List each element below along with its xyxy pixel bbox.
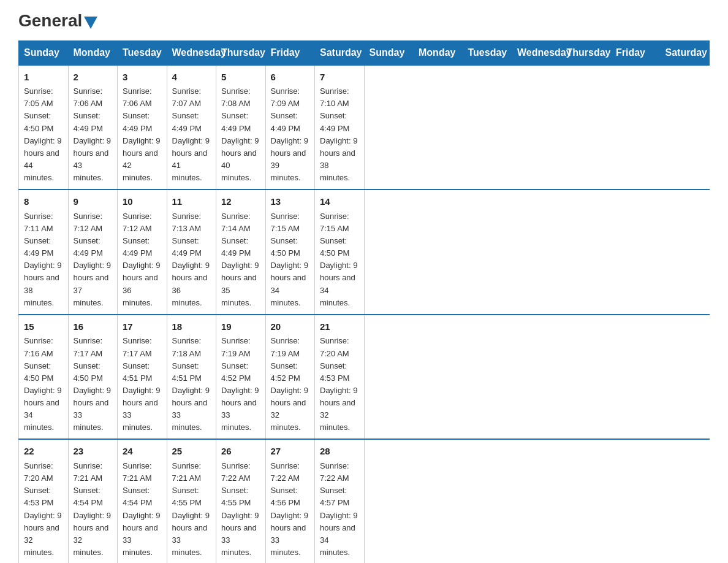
day-of-week-header: Saturday [315, 40, 365, 65]
day-of-week-header: Saturday [660, 40, 710, 65]
day-info: Sunrise: 7:21 AMSunset: 4:54 PMDaylight:… [123, 460, 162, 559]
day-number: 22 [24, 445, 63, 459]
day-info: Sunrise: 7:22 AMSunset: 4:56 PMDaylight:… [271, 460, 310, 559]
calendar-day-cell: 12Sunrise: 7:14 AMSunset: 4:49 PMDayligh… [216, 190, 266, 315]
calendar-day-cell: 25Sunrise: 7:21 AMSunset: 4:55 PMDayligh… [167, 439, 216, 563]
day-number: 18 [172, 320, 211, 334]
day-number: 14 [320, 195, 359, 209]
calendar-day-cell: 8Sunrise: 7:11 AMSunset: 4:49 PMDaylight… [19, 190, 69, 315]
day-info: Sunrise: 7:12 AMSunset: 4:49 PMDaylight:… [74, 210, 113, 309]
calendar-day-cell: 23Sunrise: 7:21 AMSunset: 4:54 PMDayligh… [68, 439, 118, 563]
day-number: 8 [24, 195, 63, 209]
day-number: 21 [320, 320, 359, 334]
day-number: 20 [271, 320, 310, 334]
day-number: 25 [172, 445, 211, 459]
calendar-day-cell: 13Sunrise: 7:15 AMSunset: 4:50 PMDayligh… [265, 190, 315, 315]
calendar-week-row: 8Sunrise: 7:11 AMSunset: 4:49 PMDaylight… [19, 190, 710, 315]
day-number: 15 [24, 320, 63, 334]
svg-marker-0 [84, 17, 97, 29]
day-info: Sunrise: 7:22 AMSunset: 4:55 PMDaylight:… [221, 460, 260, 559]
calendar-day-cell: 22Sunrise: 7:20 AMSunset: 4:53 PMDayligh… [19, 439, 69, 563]
calendar-day-cell: 7Sunrise: 7:10 AMSunset: 4:49 PMDaylight… [315, 65, 365, 190]
day-number: 16 [74, 320, 113, 334]
day-info: Sunrise: 7:15 AMSunset: 4:50 PMDaylight:… [271, 210, 310, 309]
day-of-week-header: Thursday [561, 40, 611, 65]
day-info: Sunrise: 7:09 AMSunset: 4:49 PMDaylight:… [271, 85, 310, 184]
day-of-week-header: Wednesday [512, 40, 562, 65]
day-number: 27 [271, 445, 310, 459]
calendar-week-row: 22Sunrise: 7:20 AMSunset: 4:53 PMDayligh… [19, 439, 710, 563]
calendar-day-cell: 10Sunrise: 7:12 AMSunset: 4:49 PMDayligh… [118, 190, 167, 315]
calendar-day-cell: 11Sunrise: 7:13 AMSunset: 4:49 PMDayligh… [167, 190, 216, 315]
day-number: 6 [271, 71, 310, 85]
day-of-week-header: Tuesday [463, 40, 512, 65]
calendar-day-cell: 3Sunrise: 7:06 AMSunset: 4:49 PMDaylight… [118, 65, 167, 190]
calendar-day-cell: 21Sunrise: 7:20 AMSunset: 4:53 PMDayligh… [315, 315, 365, 440]
day-of-week-header: Monday [414, 40, 463, 65]
calendar-day-cell: 24Sunrise: 7:21 AMSunset: 4:54 PMDayligh… [118, 439, 167, 563]
day-of-week-header: Wednesday [167, 40, 216, 65]
day-info: Sunrise: 7:19 AMSunset: 4:52 PMDaylight:… [221, 335, 260, 434]
day-info: Sunrise: 7:16 AMSunset: 4:50 PMDaylight:… [24, 335, 63, 434]
calendar-day-cell: 16Sunrise: 7:17 AMSunset: 4:50 PMDayligh… [68, 315, 118, 440]
calendar-day-cell: 20Sunrise: 7:19 AMSunset: 4:52 PMDayligh… [265, 315, 315, 440]
calendar-day-cell: 2Sunrise: 7:06 AMSunset: 4:49 PMDaylight… [68, 65, 118, 190]
day-number: 10 [123, 195, 162, 209]
day-of-week-header: Thursday [216, 40, 266, 65]
calendar-day-cell: 17Sunrise: 7:17 AMSunset: 4:51 PMDayligh… [118, 315, 167, 440]
day-info: Sunrise: 7:15 AMSunset: 4:50 PMDaylight:… [320, 210, 359, 309]
day-of-week-header: Tuesday [118, 40, 167, 65]
day-of-week-header: Sunday [364, 40, 414, 65]
day-info: Sunrise: 7:05 AMSunset: 4:50 PMDaylight:… [24, 85, 63, 184]
calendar-week-row: 1Sunrise: 7:05 AMSunset: 4:50 PMDaylight… [19, 65, 710, 190]
day-number: 7 [320, 71, 359, 85]
calendar-day-cell: 5Sunrise: 7:08 AMSunset: 4:49 PMDaylight… [216, 65, 266, 190]
day-info: Sunrise: 7:06 AMSunset: 4:49 PMDaylight:… [123, 85, 162, 184]
calendar-day-cell: 14Sunrise: 7:15 AMSunset: 4:50 PMDayligh… [315, 190, 365, 315]
day-info: Sunrise: 7:12 AMSunset: 4:49 PMDaylight:… [123, 210, 162, 309]
calendar-day-cell: 6Sunrise: 7:09 AMSunset: 4:49 PMDaylight… [265, 65, 315, 190]
calendar-header-row: SundayMondayTuesdayWednesdayThursdayFrid… [19, 40, 710, 65]
calendar-day-cell: 1Sunrise: 7:05 AMSunset: 4:50 PMDaylight… [19, 65, 69, 190]
day-info: Sunrise: 7:10 AMSunset: 4:49 PMDaylight:… [320, 85, 359, 184]
day-of-week-header: Friday [265, 40, 315, 65]
day-number: 5 [221, 71, 260, 85]
day-info: Sunrise: 7:17 AMSunset: 4:50 PMDaylight:… [74, 335, 113, 434]
day-info: Sunrise: 7:07 AMSunset: 4:49 PMDaylight:… [172, 85, 211, 184]
day-info: Sunrise: 7:06 AMSunset: 4:49 PMDaylight:… [74, 85, 113, 184]
day-number: 17 [123, 320, 162, 334]
calendar-day-cell: 28Sunrise: 7:22 AMSunset: 4:57 PMDayligh… [315, 439, 365, 563]
day-info: Sunrise: 7:17 AMSunset: 4:51 PMDaylight:… [123, 335, 162, 434]
calendar-table: SundayMondayTuesdayWednesdayThursdayFrid… [18, 40, 710, 563]
day-number: 26 [221, 445, 260, 459]
calendar-day-cell: 27Sunrise: 7:22 AMSunset: 4:56 PMDayligh… [265, 439, 315, 563]
day-info: Sunrise: 7:08 AMSunset: 4:49 PMDaylight:… [221, 85, 260, 184]
day-number: 2 [74, 71, 113, 85]
calendar-day-cell: 18Sunrise: 7:18 AMSunset: 4:51 PMDayligh… [167, 315, 216, 440]
day-info: Sunrise: 7:19 AMSunset: 4:52 PMDaylight:… [271, 335, 310, 434]
day-number: 24 [123, 445, 162, 459]
calendar-day-cell: 15Sunrise: 7:16 AMSunset: 4:50 PMDayligh… [19, 315, 69, 440]
day-number: 9 [74, 195, 113, 209]
day-info: Sunrise: 7:21 AMSunset: 4:55 PMDaylight:… [172, 460, 211, 559]
calendar-day-cell: 19Sunrise: 7:19 AMSunset: 4:52 PMDayligh… [216, 315, 266, 440]
calendar-day-cell: 9Sunrise: 7:12 AMSunset: 4:49 PMDaylight… [68, 190, 118, 315]
day-info: Sunrise: 7:22 AMSunset: 4:57 PMDaylight:… [320, 460, 359, 559]
day-number: 28 [320, 445, 359, 459]
day-number: 23 [74, 445, 113, 459]
day-number: 13 [271, 195, 310, 209]
day-of-week-header: Friday [611, 40, 661, 65]
day-number: 3 [123, 71, 162, 85]
calendar-day-cell: 26Sunrise: 7:22 AMSunset: 4:55 PMDayligh… [216, 439, 266, 563]
day-info: Sunrise: 7:21 AMSunset: 4:54 PMDaylight:… [74, 460, 113, 559]
day-number: 4 [172, 71, 211, 85]
day-number: 12 [221, 195, 260, 209]
day-number: 11 [172, 195, 211, 209]
day-info: Sunrise: 7:20 AMSunset: 4:53 PMDaylight:… [320, 335, 359, 434]
day-info: Sunrise: 7:14 AMSunset: 4:49 PMDaylight:… [221, 210, 260, 309]
calendar-week-row: 15Sunrise: 7:16 AMSunset: 4:50 PMDayligh… [19, 315, 710, 440]
day-of-week-header: Monday [68, 40, 118, 65]
day-info: Sunrise: 7:20 AMSunset: 4:53 PMDaylight:… [24, 460, 63, 559]
day-of-week-header: Sunday [19, 40, 69, 65]
logo-general: General [18, 12, 97, 31]
